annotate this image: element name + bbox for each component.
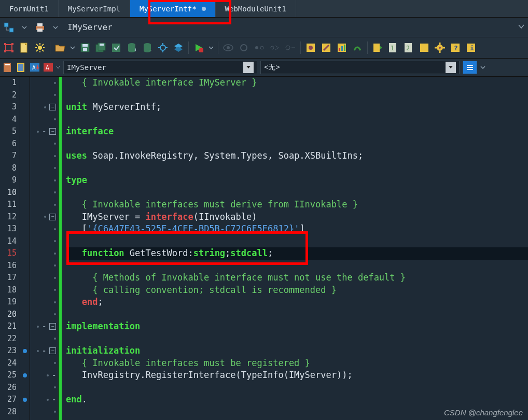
code-line[interactable]: { calling convention; stdcall is recomme…	[66, 284, 528, 297]
code-line[interactable]: initialization	[66, 345, 528, 357]
tool-build-icon[interactable]	[372, 42, 383, 53]
dropdown-arrow-icon[interactable]	[243, 62, 254, 73]
code-line[interactable]: end.	[66, 394, 528, 406]
code-line[interactable]	[66, 162, 528, 175]
code-line[interactable]: { Methods of Invokable interface must no…	[66, 272, 528, 284]
help-icon[interactable]: ?	[450, 42, 461, 53]
code-line[interactable]: implementation	[66, 320, 528, 333]
svg-rect-1	[9, 28, 13, 32]
filter-icon[interactable]	[2, 62, 13, 73]
svg-rect-77	[18, 64, 23, 71]
new-spark-icon[interactable]	[34, 42, 46, 53]
code-editor[interactable]: 1234567891011121314151617181920212223242…	[0, 77, 528, 420]
code-line[interactable]: { Invokable interfaces must derive from …	[66, 199, 528, 211]
inspect-icon[interactable]	[285, 42, 296, 53]
fold-gutter[interactable]: −-−−-−-−--	[30, 77, 59, 420]
fold-toggle-icon[interactable]: −	[49, 104, 56, 110]
step-icon[interactable]	[254, 42, 265, 53]
watch-icon[interactable]	[223, 42, 234, 53]
chevron-down-icon[interactable]	[19, 22, 30, 33]
mark-a-icon[interactable]: A	[29, 62, 40, 73]
code-line[interactable]	[66, 309, 528, 321]
code-line[interactable]	[66, 89, 528, 102]
class-dropdown-chevron[interactable]	[518, 22, 525, 32]
tool-snake-icon[interactable]	[352, 42, 363, 53]
document-icon[interactable]	[19, 42, 30, 53]
code-line[interactable]: function GetTestWord:string;stdcall;	[66, 247, 528, 260]
code-area[interactable]: { Invokable interface IMyServer }unit My…	[62, 77, 528, 420]
method-combo[interactable]: <无>	[260, 61, 460, 74]
gear-icon[interactable]	[157, 42, 169, 53]
tool-yellow-2-icon[interactable]	[419, 42, 430, 53]
structure-icon[interactable]	[3, 22, 15, 33]
tab-myserverimpl[interactable]: MyServerImpl	[59, 0, 130, 17]
tool-edit-icon[interactable]	[321, 42, 332, 53]
chevron-down-icon[interactable]	[50, 22, 61, 33]
code-line[interactable]	[66, 333, 528, 345]
tool-yellow-1-icon[interactable]	[305, 42, 316, 53]
db-remove-icon[interactable]: −	[142, 42, 153, 53]
nav-chevron[interactable]	[56, 62, 60, 73]
open-recent-chevron[interactable]	[70, 42, 75, 53]
svg-line-20	[36, 50, 38, 51]
code-line[interactable]: { Invokable interface IMyServer }	[66, 77, 528, 89]
breakpoint-dot-icon[interactable]	[23, 349, 27, 353]
svg-rect-28	[112, 44, 120, 52]
code-line[interactable]: unit MyServerIntf;	[66, 101, 528, 114]
breakpoint-gutter[interactable]	[20, 77, 30, 420]
breakpoint-dot-icon[interactable]	[23, 373, 27, 377]
code-line[interactable]: InvRegistry.RegisterInterface(TypeInfo(I…	[66, 369, 528, 382]
breakpoint-icon[interactable]	[238, 42, 249, 53]
svg-rect-11	[11, 50, 13, 52]
code-line[interactable]	[66, 235, 528, 248]
save-as-icon[interactable]	[110, 42, 122, 53]
save-icon[interactable]	[79, 42, 91, 53]
breakpoint-dot-icon[interactable]	[23, 398, 27, 402]
tool-2-icon[interactable]: 2	[403, 42, 414, 53]
code-line[interactable]	[66, 114, 528, 126]
run-icon[interactable]	[193, 42, 204, 53]
fold-toggle-icon[interactable]: −	[49, 323, 56, 330]
code-line[interactable]: IMyServer = interface(IInvokable)	[66, 211, 528, 223]
code-line[interactable]: interface	[66, 125, 528, 138]
svg-point-37	[160, 45, 165, 50]
code-line[interactable]: ['{C6A47E43-525E-4CEE-BD5B-C72C6F5E6812}…	[66, 223, 528, 235]
tab-formunit1[interactable]: FormUnit1	[0, 0, 59, 17]
expand-icon[interactable]	[3, 42, 15, 53]
code-line[interactable]: type	[66, 174, 528, 187]
code-line[interactable]: end;	[66, 296, 528, 309]
printer-icon[interactable]	[34, 22, 46, 33]
code-line[interactable]: uses Soap.InvokeRegistry, System.Types, …	[66, 150, 528, 162]
svg-point-49	[286, 46, 290, 50]
mark-a2-icon[interactable]: A	[43, 62, 54, 73]
code-line[interactable]	[66, 260, 528, 272]
trace-icon[interactable]	[269, 42, 281, 53]
open-folder-icon[interactable]	[54, 42, 66, 53]
tab-webmoduleunit1[interactable]: WebModuleUnit1	[216, 0, 296, 17]
tool-chart-icon[interactable]	[336, 42, 348, 53]
class-combo[interactable]: IMyServer	[63, 61, 257, 74]
code-line[interactable]	[66, 187, 528, 199]
code-line[interactable]: { Invokable interfaces must be registere…	[66, 357, 528, 370]
tab-myserverintf[interactable]: MyServerIntf*	[130, 0, 216, 17]
dropdown-arrow-icon[interactable]	[446, 62, 456, 73]
class-view-icon[interactable]	[16, 62, 27, 73]
tool-1-icon[interactable]: 1	[387, 42, 399, 53]
fold-toggle-icon[interactable]: −	[49, 128, 56, 135]
db-add-icon[interactable]: +	[126, 42, 137, 53]
class-toolbar: IMyServer	[0, 18, 528, 37]
info-icon[interactable]: i	[465, 42, 477, 53]
code-line[interactable]	[66, 382, 528, 394]
list-menu-chevron[interactable]	[480, 62, 485, 73]
save-all-icon[interactable]	[95, 42, 106, 53]
svg-rect-56	[341, 46, 343, 51]
fold-toggle-icon[interactable]: −	[49, 214, 56, 220]
settings-gear-icon[interactable]	[434, 42, 446, 53]
code-line[interactable]	[66, 138, 528, 150]
svg-point-52	[309, 46, 313, 50]
svg-text:A: A	[32, 64, 36, 71]
run-menu-chevron[interactable]	[209, 42, 214, 53]
list-view-icon[interactable]	[463, 61, 477, 74]
layers-icon[interactable]	[173, 42, 184, 53]
fold-toggle-icon[interactable]: −	[49, 347, 56, 354]
